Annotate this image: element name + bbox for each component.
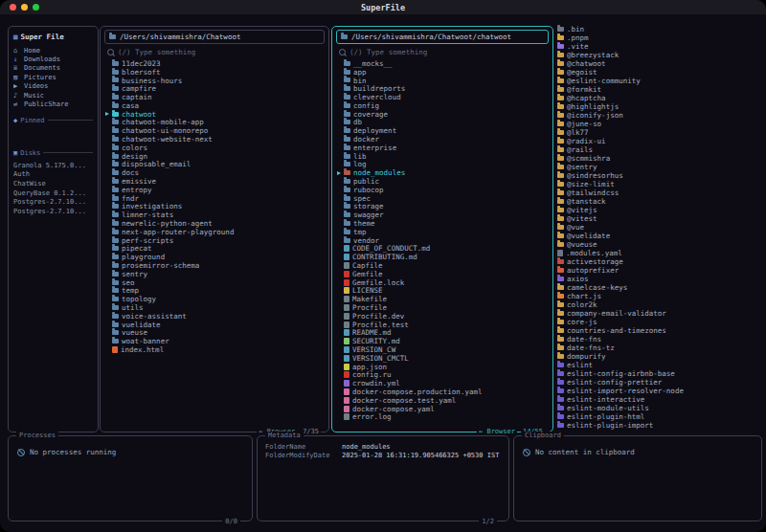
file-row[interactable]: app [337, 68, 548, 77]
file-row[interactable]: theme [337, 219, 548, 228]
preview-row[interactable]: @tanstack [556, 197, 759, 206]
preview-row[interactable]: @size-limit [556, 180, 759, 188]
sidebar-item[interactable]: ≣ Documents [13, 64, 93, 73]
file-row[interactable]: fndr [105, 194, 324, 203]
preview-row[interactable]: eslint-interactive [556, 395, 759, 404]
preview-row[interactable]: date-fns [556, 335, 759, 344]
preview-row[interactable]: axios [556, 275, 759, 283]
preview-row[interactable]: camelcase-keys [556, 283, 759, 292]
preview-row[interactable]: .bin [556, 25, 759, 33]
preview-row[interactable]: @rails [556, 145, 759, 154]
file-row[interactable]: swagger [337, 211, 548, 219]
preview-row[interactable]: @lk77 [556, 128, 759, 137]
file-row[interactable]: Makefile [337, 295, 548, 303]
search-input[interactable]: (/) Type something [332, 44, 552, 57]
file-row[interactable]: sentry [105, 270, 324, 278]
file-row[interactable]: VERSION_CMCTL [337, 354, 548, 363]
file-row[interactable]: disposable_email [105, 161, 324, 169]
file-row[interactable]: colors [105, 144, 324, 152]
preview-row[interactable]: @hcaptcha [556, 94, 759, 102]
disk-item[interactable]: QueryBase 0.1.2... [13, 188, 93, 198]
preview-row[interactable]: @vueuse [556, 240, 759, 249]
preview-row[interactable]: dompurify [556, 352, 759, 361]
file-row[interactable]: voice-assistant [105, 312, 324, 321]
preview-row[interactable]: countries-and-timezones [556, 326, 759, 335]
sidebar-item[interactable]: ▶ Videos [13, 82, 93, 91]
file-row[interactable]: captain [105, 93, 324, 101]
file-row[interactable]: design [105, 152, 324, 161]
file-row[interactable]: vuelidate [105, 321, 324, 329]
file-row[interactable]: utils [105, 303, 324, 312]
preview-row[interactable]: eslint-plugin-import [556, 421, 759, 430]
file-row[interactable]: Gemfile.lock [337, 278, 548, 287]
preview-row[interactable]: eslint [556, 361, 759, 369]
file-row[interactable]: casa [105, 101, 324, 110]
sidebar-item[interactable]: ⇄ PublicShare [13, 100, 93, 108]
preview-row[interactable]: eslint-import-resolver-node [556, 387, 759, 395]
file-row[interactable]: Procfile.dev [337, 312, 548, 321]
preview-row[interactable]: eslint-config-prettier [556, 378, 759, 387]
file-row[interactable]: spec [337, 194, 548, 203]
file-row[interactable]: playground [105, 253, 324, 261]
file-row[interactable]: docker-compose.yaml [337, 405, 548, 413]
file-row[interactable]: CODE_OF_CONDUCT.md [337, 245, 548, 254]
preview-row[interactable]: @tailwindcss [556, 188, 759, 197]
file-row[interactable]: config [337, 101, 548, 110]
preview-row[interactable]: eslint-plugin-html [556, 412, 759, 421]
sidebar-item[interactable]: ↓ Downloads [13, 55, 93, 63]
file-row[interactable]: README.md [337, 329, 548, 338]
file-row[interactable]: chatwoot-mobile-app [105, 119, 324, 127]
preview-row[interactable]: @scmmishra [556, 154, 759, 163]
sidebar-item[interactable]: ▨ Pictures [13, 73, 93, 81]
preview-row[interactable]: activestorage [556, 257, 759, 266]
file-row[interactable]: CONTRIBUTING.md [337, 253, 548, 261]
preview-row[interactable]: @eslint-community [556, 77, 759, 85]
preview-row[interactable]: @radix-ui [556, 137, 759, 145]
file-row[interactable]: docker [337, 135, 548, 144]
file-row[interactable]: prosemirror-schema [105, 261, 324, 270]
file-row[interactable]: temp [105, 287, 324, 296]
disk-item[interactable]: Postgres-2.7.10... [13, 207, 93, 216]
preview-row[interactable]: .pnpm [556, 33, 759, 42]
preview-row[interactable]: @breezystack [556, 51, 759, 59]
preview-row[interactable]: eslint-module-utils [556, 404, 759, 412]
file-row[interactable]: business-hours [105, 77, 324, 85]
file-row[interactable]: bloersoft [105, 68, 324, 77]
preview-row[interactable]: eslint-config-airbnb-base [556, 369, 759, 378]
file-row[interactable]: index.html [105, 345, 324, 354]
disk-item[interactable]: Auth [13, 169, 93, 179]
file-row[interactable]: log [337, 161, 548, 169]
file-row[interactable]: docker-compose.test.yaml [337, 396, 548, 405]
file-row[interactable]: storage [337, 203, 548, 211]
sidebar-item[interactable]: ⌂ Home [13, 46, 93, 55]
file-row[interactable]: next-app-router-playground [105, 228, 324, 236]
file-row[interactable]: limner-stats [105, 211, 324, 219]
file-row[interactable]: chatwoot-website-next [105, 135, 324, 144]
preview-row[interactable]: @iconify-json [556, 111, 759, 120]
file-row[interactable]: seo [105, 278, 324, 287]
preview-row[interactable]: date-fns-tz [556, 344, 759, 352]
file-row[interactable]: newrelic-python-agent [105, 219, 324, 228]
file-row[interactable]: vueuse [105, 329, 324, 338]
preview-row[interactable]: .vite [556, 42, 759, 51]
file-row[interactable]: rubocop [337, 186, 548, 194]
search-input[interactable]: (/) Type something [101, 44, 328, 57]
file-row[interactable]: Gemfile [337, 270, 548, 278]
file-row[interactable]: Procfile [337, 303, 548, 312]
file-row[interactable]: deployment [337, 126, 548, 135]
preview-row[interactable]: color2k [556, 300, 759, 309]
file-row[interactable]: config.ru [337, 370, 548, 379]
sidebar-item[interactable]: ♪ Music [13, 91, 93, 100]
preview-row[interactable]: autoprefixer [556, 266, 759, 275]
preview-row[interactable]: @june-so [556, 120, 759, 128]
file-row[interactable]: crowdin.yml [337, 379, 548, 388]
file-row[interactable]: error.log [337, 412, 548, 421]
file-row[interactable]: public [337, 177, 548, 186]
preview-row[interactable]: @vuelidate [556, 232, 759, 240]
file-row[interactable]: bin [337, 77, 548, 85]
preview-row[interactable]: chart.js [556, 292, 759, 300]
file-row[interactable]: lib [337, 152, 548, 161]
file-row[interactable]: investigations [105, 203, 324, 211]
file-row[interactable]: entropy [105, 186, 324, 194]
preview-row[interactable]: @vitest [556, 214, 759, 223]
